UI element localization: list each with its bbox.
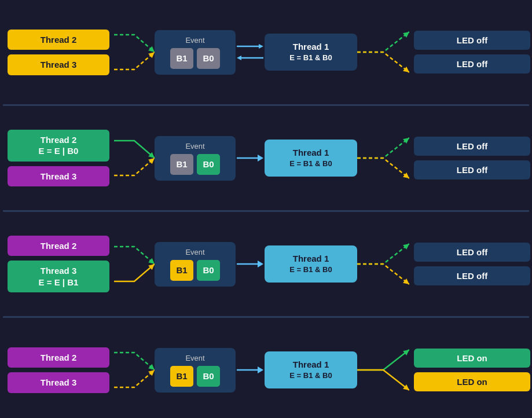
- thread1-col: Thread 1E = B1 & B0: [265, 140, 357, 176]
- threads-left-col: Thread 2 E = E | B0Thread 3: [3, 130, 114, 187]
- bit-1: B1: [170, 260, 193, 281]
- event-box: EventB1B0: [155, 242, 236, 287]
- thread1-col: Thread 1E = B1 & B0: [265, 351, 357, 388]
- svg-marker-7: [403, 67, 409, 72]
- mid-arrow-svg: [236, 247, 265, 281]
- svg-marker-13: [403, 173, 409, 178]
- bit-2: B0: [197, 48, 220, 69]
- svg-marker-14: [148, 258, 155, 264]
- thread1-line1: Thread 1: [273, 358, 349, 371]
- threads-left-col: Thread 2Thread 3: [3, 30, 114, 75]
- right-connectors-svg: [357, 324, 409, 416]
- event-col: EventB1B0: [155, 136, 236, 181]
- bit-1: B1: [170, 154, 193, 175]
- led-col: LED offLED off: [409, 31, 532, 74]
- mid-arrow-col: [236, 141, 265, 175]
- led-1: LED off: [414, 137, 530, 156]
- event-bits: B1B0: [162, 366, 229, 387]
- event-col: EventB1B0: [155, 242, 236, 287]
- event-title: Event: [162, 354, 229, 362]
- mid-arrow-svg: [236, 35, 265, 69]
- thread1-box: Thread 1E = B1 & B0: [265, 140, 357, 176]
- svg-marker-1: [148, 52, 155, 58]
- bit-2: B0: [197, 154, 220, 175]
- svg-marker-18: [403, 244, 409, 250]
- thread1-line1: Thread 1: [273, 41, 349, 53]
- led-1: LED off: [414, 31, 530, 50]
- thread-left-2: Thread 3 E = E | B1: [8, 261, 109, 292]
- led-2: LED off: [414, 160, 530, 179]
- led-1: LED on: [414, 349, 530, 368]
- bit-1: B1: [170, 366, 193, 387]
- thread-left-2: Thread 3: [8, 372, 109, 393]
- event-col: EventB1B0: [155, 348, 236, 393]
- left-connectors-svg: [114, 112, 155, 204]
- led-col: LED offLED off: [409, 243, 532, 285]
- svg-marker-21: [148, 370, 155, 376]
- bit-2: B0: [197, 260, 220, 281]
- event-box: EventB1B0: [155, 348, 236, 393]
- mid-arrow-col: [236, 353, 265, 387]
- row-divider: [3, 316, 529, 318]
- svg-marker-17: [258, 261, 263, 267]
- led-2: LED off: [414, 266, 530, 285]
- svg-marker-12: [403, 138, 409, 144]
- svg-marker-11: [258, 155, 263, 162]
- led-2: LED on: [414, 372, 530, 391]
- row-1: Thread 2Thread 3EventB1B0Thread 1E = B1 …: [3, 6, 532, 98]
- event-box: EventB1B0: [155, 30, 236, 75]
- thread1-line2: E = B1 & B0: [273, 371, 349, 381]
- svg-marker-9: [148, 158, 155, 164]
- row-divider: [3, 104, 529, 106]
- svg-marker-23: [258, 366, 263, 373]
- right-connectors-svg: [357, 112, 409, 204]
- svg-marker-20: [148, 364, 155, 370]
- left-connectors-svg: [114, 218, 155, 310]
- led-1: LED off: [414, 243, 530, 262]
- svg-marker-3: [259, 44, 263, 49]
- event-box: EventB1B0: [155, 136, 236, 181]
- bit-1: B1: [170, 48, 193, 69]
- thread1-box: Thread 1E = B1 & B0: [265, 34, 357, 70]
- thread1-line2: E = B1 & B0: [273, 53, 349, 63]
- svg-marker-19: [403, 278, 409, 284]
- event-col: EventB1B0: [155, 30, 236, 75]
- left-connectors-svg: [114, 6, 155, 98]
- thread-left-1: Thread 2: [8, 347, 109, 368]
- threads-left-col: Thread 2Thread 3 E = E | B1: [3, 236, 114, 293]
- thread-left-1: Thread 2 E = E | B0: [8, 130, 109, 162]
- bit-2: B0: [197, 366, 220, 387]
- thread-left-1: Thread 2: [8, 30, 109, 50]
- thread1-box: Thread 1E = B1 & B0: [265, 351, 357, 388]
- event-bits: B1B0: [162, 48, 229, 69]
- led-col: LED onLED on: [409, 349, 532, 391]
- row-3: Thread 2Thread 3 E = E | B1EventB1B0Thre…: [3, 218, 532, 310]
- svg-marker-0: [148, 46, 155, 52]
- thread-left-2: Thread 3: [8, 166, 109, 187]
- svg-marker-6: [403, 32, 409, 38]
- threads-left-col: Thread 2Thread 3: [3, 347, 114, 393]
- mid-arrow-col: [236, 247, 265, 281]
- thread1-col: Thread 1E = B1 & B0: [265, 34, 357, 70]
- thread1-box: Thread 1E = B1 & B0: [265, 245, 357, 282]
- diagram-container: Thread 2Thread 3EventB1B0Thread 1E = B1 …: [0, 0, 532, 418]
- thread1-line2: E = B1 & B0: [273, 265, 349, 275]
- row-divider: [3, 210, 529, 212]
- event-bits: B1B0: [162, 154, 229, 175]
- right-connectors-svg: [357, 6, 409, 98]
- thread-left-2: Thread 3: [8, 54, 109, 75]
- row-2: Thread 2 E = E | B0Thread 3EventB1B0Thre…: [3, 112, 532, 204]
- led-col: LED offLED off: [409, 137, 532, 179]
- thread1-line2: E = B1 & B0: [273, 159, 349, 169]
- thread1-line1: Thread 1: [273, 146, 349, 159]
- mid-arrow-col: [236, 35, 265, 69]
- event-title: Event: [162, 248, 229, 256]
- thread1-line1: Thread 1: [273, 252, 349, 265]
- event-bits: B1B0: [162, 260, 229, 281]
- event-title: Event: [162, 142, 229, 151]
- row-4: Thread 2Thread 3EventB1B0Thread 1E = B1 …: [3, 324, 532, 416]
- mid-arrow-svg: [236, 353, 265, 387]
- mid-arrow-svg: [236, 141, 265, 175]
- led-2: LED off: [414, 54, 530, 74]
- thread-left-1: Thread 2: [8, 236, 109, 256]
